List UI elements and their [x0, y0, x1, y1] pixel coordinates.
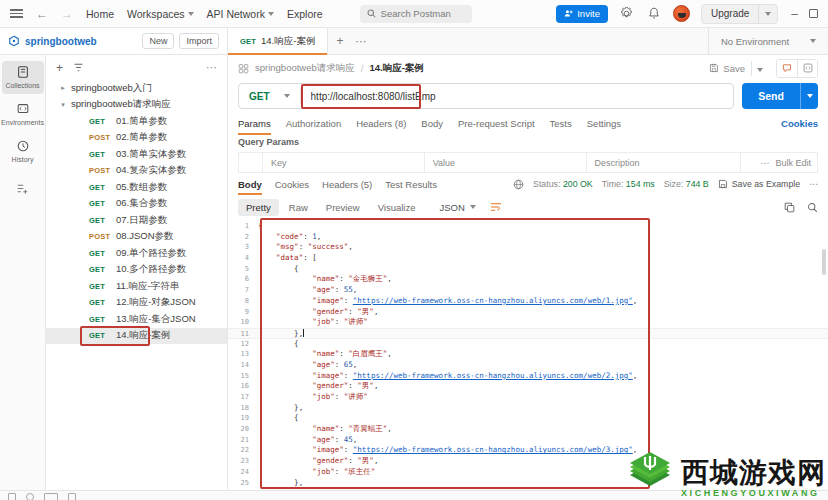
rail-collections[interactable]: Collections — [2, 61, 44, 94]
footer-find-icon[interactable] — [44, 493, 58, 500]
import-button[interactable]: Import — [179, 33, 219, 49]
response-tab-cookies[interactable]: Cookies — [275, 173, 309, 195]
search-icon[interactable] — [807, 202, 818, 213]
settings-gear-icon[interactable] — [619, 6, 635, 22]
global-search-input[interactable]: Search Postman — [360, 5, 472, 23]
sidebar-item-11.响应-字符串[interactable]: GET11.响应-字符串 — [46, 278, 227, 295]
save-as-example-button[interactable]: Save as Example — [718, 179, 800, 189]
response-tab-headers-[interactable]: Headers (5) — [322, 173, 372, 195]
response-options-icon[interactable]: ⋯ — [809, 179, 818, 189]
breadcrumb: springbootweb请求响应 / 14.响应-案例 Save — [228, 55, 828, 81]
window-maximize-icon[interactable] — [809, 9, 818, 18]
view-raw[interactable]: Raw — [281, 199, 316, 216]
tab-headers-[interactable]: Headers (8) — [356, 111, 406, 135]
new-button[interactable]: New — [142, 33, 174, 49]
window-minimize-icon[interactable]: – — [791, 7, 798, 21]
scrollbar-thumb[interactable] — [822, 249, 826, 275]
notifications-bell-icon[interactable] — [646, 6, 662, 22]
tab-settings[interactable]: Settings — [587, 111, 621, 135]
tab-tests[interactable]: Tests — [550, 111, 572, 135]
sidebar-item-09.单个路径参数[interactable]: GET09.单个路径参数 — [46, 245, 227, 262]
sidebar-item-10.多个路径参数[interactable]: GET10.多个路径参数 — [46, 262, 227, 279]
format-selector[interactable]: JSON — [433, 199, 481, 216]
copy-icon[interactable] — [784, 202, 795, 213]
bulk-edit-button[interactable]: Bulk Edit — [775, 158, 811, 168]
user-avatar[interactable] — [673, 5, 690, 22]
sidebar-folder[interactable]: ▾springbootweb请求响应 — [46, 97, 227, 114]
sidebar-item-14.响应-案例[interactable]: GET14.响应-案例 — [46, 328, 227, 345]
url-input[interactable] — [300, 88, 733, 104]
network-globe-icon[interactable] — [513, 179, 524, 190]
request-label: 12.响应-对象JSON — [116, 296, 196, 309]
nav-explore[interactable]: Explore — [287, 8, 323, 20]
nav-home[interactable]: Home — [86, 8, 114, 20]
sidebar-item-01.简单参数[interactable]: GET01.简单参数 — [46, 113, 227, 130]
footer-console-icon[interactable] — [68, 493, 76, 500]
sidebar-item-13.响应-集合JSON[interactable]: GET13.响应-集合JSON — [46, 311, 227, 328]
code-snippet-button[interactable] — [797, 60, 817, 77]
footer-online-icon[interactable] — [26, 493, 34, 500]
sidebar-item-03.简单实体参数[interactable]: GET03.简单实体参数 — [46, 146, 227, 163]
code-line-6: 6 "name": "金毛狮王", — [228, 274, 828, 285]
breadcrumb-folder[interactable]: springbootweb请求响应 — [255, 62, 355, 75]
site-watermark: 西城游戏网 XICHENGYOUXIWANG — [624, 448, 826, 498]
select-all-checkbox[interactable] — [239, 153, 263, 172]
environment-selector[interactable]: No Environment — [708, 28, 828, 54]
method-badge: GET — [89, 331, 111, 340]
collections-icon — [16, 65, 30, 79]
line-number: 2 — [228, 232, 258, 243]
view-pretty[interactable]: Pretty — [238, 199, 279, 216]
sidebar-item-06.集合参数[interactable]: GET06.集合参数 — [46, 196, 227, 213]
cookies-link[interactable]: Cookies — [781, 118, 818, 129]
upgrade-button[interactable]: Upgrade — [701, 4, 778, 24]
invite-button[interactable]: Invite — [556, 5, 608, 23]
nav-api-network[interactable]: API Network — [207, 8, 274, 20]
back-icon[interactable]: ← — [36, 7, 48, 21]
tab-pre-request-script[interactable]: Pre-request Script — [458, 111, 535, 135]
rail-history[interactable]: History — [2, 135, 44, 168]
nav-workspaces[interactable]: Workspaces — [127, 8, 194, 20]
rail-environments[interactable]: Environments — [2, 98, 44, 131]
tab-params[interactable]: Params — [238, 111, 271, 135]
left-rail: Collections Environments History — [0, 55, 46, 490]
method-selector[interactable]: GET — [239, 91, 300, 102]
comment-button[interactable] — [777, 60, 797, 77]
send-dropdown-icon[interactable] — [800, 83, 818, 109]
sidebar-item-05.数组参数[interactable]: GET05.数组参数 — [46, 179, 227, 196]
tab-authorization[interactable]: Authorization — [286, 111, 341, 135]
sidebar-folder[interactable]: ▸springbootweb入门 — [46, 80, 227, 97]
sidebar-item-04.复杂实体参数[interactable]: POST04.复杂实体参数 — [46, 163, 227, 180]
filter-icon[interactable] — [73, 62, 84, 73]
params-options-icon[interactable]: ⋯ — [760, 158, 769, 168]
line-number: 22 — [228, 445, 258, 456]
line-number: 6 — [228, 274, 258, 285]
upgrade-dropdown[interactable] — [758, 5, 777, 23]
sidebar-item-08.JSON参数[interactable]: POST08.JSON参数 — [46, 229, 227, 246]
tab-request-active[interactable]: GET 14.响应-案例 — [228, 28, 328, 54]
configure-sidebar-icon[interactable] — [16, 182, 29, 195]
response-tab-body[interactable]: Body — [238, 173, 262, 195]
response-tab-test-results[interactable]: Test Results — [385, 173, 437, 195]
save-dropdown-icon[interactable] — [751, 61, 768, 76]
view-preview[interactable]: Preview — [318, 199, 368, 216]
view-visualize[interactable]: Visualize — [370, 199, 424, 216]
new-tab-plus-icon[interactable]: + — [328, 28, 351, 54]
footer-grid-icon[interactable] — [8, 493, 16, 500]
sidebar-overflow-icon[interactable]: ⋯ — [206, 61, 217, 74]
code-line-7: 7 "age": 55, — [228, 285, 828, 296]
column-value: Value — [425, 153, 587, 172]
send-button[interactable]: Send — [742, 83, 818, 109]
request-label: 09.单个路径参数 — [116, 247, 186, 260]
add-collection-plus-icon[interactable]: + — [56, 61, 63, 75]
forward-icon[interactable]: → — [61, 7, 73, 21]
tab-body[interactable]: Body — [421, 111, 443, 135]
sidebar-item-12.响应-对象JSON[interactable]: GET12.响应-对象JSON — [46, 295, 227, 312]
menu-icon[interactable] — [10, 9, 23, 18]
sidebar-item-02.简单参数[interactable]: POST02.简单参数 — [46, 130, 227, 147]
sidebar-item-07.日期参数[interactable]: GET07.日期参数 — [46, 212, 227, 229]
save-button[interactable]: Save — [703, 61, 768, 76]
workspace-name[interactable]: springbootweb — [25, 36, 97, 47]
wrap-lines-icon[interactable] — [490, 202, 502, 212]
tab-overflow-icon[interactable]: ⋯ — [351, 28, 370, 54]
line-number: 10 — [228, 317, 258, 328]
